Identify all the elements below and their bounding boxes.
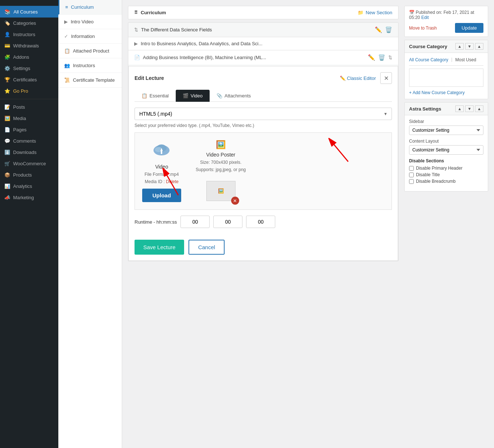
disable-title-checkbox[interactable] <box>409 173 414 177</box>
category-move-button[interactable]: ▲ <box>475 43 483 50</box>
media-icon: 🖼️ <box>4 116 10 121</box>
add-new-category-link[interactable]: + Add New Course Category <box>409 90 464 95</box>
disable-title-row: Disable Title <box>409 172 483 177</box>
category-collapse-button[interactable]: ▲ <box>455 43 464 50</box>
sidebar-item-instructors[interactable]: 👤 Instructors <box>0 29 58 40</box>
nav-information[interactable]: ✓ Information <box>58 29 122 44</box>
attached-product-nav-icon: 📋 <box>64 48 70 54</box>
sidebar-item-products[interactable]: 📦 Products <box>0 169 58 181</box>
category-expand-button[interactable]: ▼ <box>465 43 474 50</box>
tab-all-category[interactable]: All Course Category <box>409 57 448 63</box>
sidebar-select[interactable]: Customizer Setting <box>409 125 483 135</box>
lecture-footer: Save Lecture Cancel <box>135 235 392 255</box>
certificate-nav-icon: 📜 <box>64 77 70 83</box>
section-edit-button[interactable]: ✏️ <box>375 26 382 33</box>
curriculum-header-left: ⠿ Curriculum <box>134 10 166 15</box>
category-tabs: All Course Category | Most Used <box>409 57 483 66</box>
update-button[interactable]: Update <box>455 23 483 33</box>
comments-icon: 💬 <box>4 138 10 144</box>
posts-icon: 📝 <box>4 104 10 110</box>
astra-expand-button[interactable]: ▼ <box>465 105 474 112</box>
classic-editor-link[interactable]: ✏️ Classic Editor <box>340 76 376 81</box>
disable-primary-header-row: Disable Primary Header <box>409 166 483 171</box>
sidebar-item-analytics[interactable]: 📊 Analytics <box>0 181 58 192</box>
runtime-ss-input[interactable] <box>246 216 275 228</box>
tab-most-used[interactable]: Most Used <box>455 57 476 63</box>
star-icon: ⭐ <box>4 88 10 94</box>
certificates-icon: 🏆 <box>4 77 10 82</box>
section-delete-button[interactable]: 🗑️ <box>385 26 392 33</box>
edit-lecture-close-button[interactable]: ✕ <box>380 72 392 84</box>
runtime-hh-input[interactable] <box>180 216 210 228</box>
upload-area-wrapper: Video File Format: .mp4 Media ID : Delet… <box>135 132 392 210</box>
content-layout-select[interactable]: Customizer Setting <box>409 145 483 155</box>
nav-attached-product[interactable]: 📋 Attached Product <box>58 44 122 58</box>
astra-collapse-button[interactable]: ▲ <box>455 105 464 112</box>
publish-card-body: 📅 Published on: Feb 17, 2021 at 05:20 Ed… <box>405 6 488 36</box>
marketing-icon: 📣 <box>4 195 10 200</box>
instructors-nav-icon: 👥 <box>64 63 70 68</box>
video-poster-col: 🖼️ Video Poster Size: 700x430 pixels. Su… <box>196 140 246 201</box>
course-category-body: All Course Category | Most Used + Add Ne… <box>405 53 488 99</box>
save-lecture-button[interactable]: Save Lecture <box>135 240 184 255</box>
tab-video[interactable]: 🎬 Video <box>176 90 210 102</box>
nav-certificate-template[interactable]: 📜 Certificate Template <box>58 73 122 88</box>
sidebar-item-settings[interactable]: ⚙️ Settings <box>0 63 58 74</box>
thumbnail-image-icon: 🖼️ <box>218 188 224 194</box>
lecture2-edit-button[interactable]: ✏️ <box>368 54 375 61</box>
disable-sections-field: Disable Sections Disable Primary Header … <box>409 158 483 184</box>
runtime-mm-input[interactable] <box>213 216 242 228</box>
sidebar-item-comments[interactable]: 💬 Comments <box>0 135 58 147</box>
settings-icon: ⚙️ <box>4 66 10 71</box>
video-type-wrapper[interactable]: HTML5 (.mp4) YouTube Vimeo Embedded <box>135 108 392 120</box>
media-delete-link[interactable]: Delete <box>166 179 179 184</box>
main-content: ⠿ Curriculum 📁 New Section ⇅ The Differe… <box>122 0 494 448</box>
sidebar-item-downloads[interactable]: ⬇️ Downloads <box>0 147 58 158</box>
lecture-item-2: 📄 Adding Business Intelligence (BI), Mac… <box>128 50 398 65</box>
publish-actions: Move to Trash Update <box>409 23 483 33</box>
astra-settings-card: Astra Settings ▲ ▼ ▲ Sidebar Customizer … <box>404 102 488 192</box>
attachments-tab-icon: 📎 <box>217 93 222 99</box>
curriculum-grid-icon: ⠿ <box>134 10 138 15</box>
nav-curriculum[interactable]: ≡ Curriculum <box>58 0 122 15</box>
addons-icon: 🧩 <box>4 54 10 60</box>
sidebar-item-pages[interactable]: 📄 Pages <box>0 124 58 135</box>
nav-instructors[interactable]: 👥 Instructors <box>58 58 122 73</box>
tab-bar: 📋 Essential 🎬 Video 📎 Attachments <box>135 90 392 102</box>
poster-delete-button[interactable]: ✕ <box>231 197 239 205</box>
sidebar-item-categories[interactable]: 🏷️ Categories <box>0 18 58 29</box>
astra-card-controls: ▲ ▼ ▲ <box>455 105 483 112</box>
publish-date: 📅 Published on: Feb 17, 2021 at 05:20 Ed… <box>409 10 483 20</box>
disable-breadcrumb-checkbox[interactable] <box>409 179 414 184</box>
disable-primary-header-checkbox[interactable] <box>409 166 414 171</box>
downloads-icon: ⬇️ <box>4 150 10 155</box>
upload-button[interactable]: Upload <box>142 189 181 202</box>
astra-move-button[interactable]: ▲ <box>475 105 483 112</box>
section-title-left: ⇅ The Different Data Science Fields <box>134 27 212 32</box>
edit-publish-link[interactable]: Edit <box>421 15 429 20</box>
sidebar-item-woocommerce[interactable]: 🛒 WooCommerce <box>0 158 58 169</box>
products-icon: 📦 <box>4 172 10 178</box>
sidebar-item-certificates[interactable]: 🏆 Certificates <box>0 74 58 85</box>
lecture2-delete-button[interactable]: 🗑️ <box>378 54 385 61</box>
poster-thumbnail[interactable]: 🖼️ <box>206 181 236 201</box>
sidebar-item-all-courses[interactable]: 📚 All Courses <box>0 6 58 18</box>
lecture2-doc-icon: 📄 <box>134 55 140 60</box>
course-category-header: Course Category ▲ ▼ ▲ <box>405 40 488 53</box>
video-type-select[interactable]: HTML5 (.mp4) YouTube Vimeo Embedded <box>135 108 392 120</box>
sidebar-item-marketing[interactable]: 📣 Marketing <box>0 192 58 203</box>
new-section-folder-icon: 📁 <box>358 10 363 15</box>
tab-attachments[interactable]: 📎 Attachments <box>210 90 258 102</box>
new-section-button[interactable]: 📁 New Section <box>358 10 392 15</box>
sidebar-item-media[interactable]: 🖼️ Media <box>0 113 58 124</box>
move-to-trash-link[interactable]: Move to Trash <box>409 26 437 31</box>
content-layout-field: Content Layout Customizer Setting <box>409 139 483 155</box>
nav-intro-video[interactable]: ▶ Intro Video <box>58 15 122 29</box>
classic-editor-icon: ✏️ <box>340 76 346 81</box>
cancel-button[interactable]: Cancel <box>188 240 225 255</box>
sidebar-item-gopro[interactable]: ⭐ Go Pro <box>0 85 58 97</box>
tab-essential[interactable]: 📋 Essential <box>135 90 176 102</box>
sidebar-item-posts[interactable]: 📝 Posts <box>0 101 58 113</box>
sidebar-item-addons[interactable]: 🧩 Addons <box>0 51 58 63</box>
sidebar-item-withdrawals[interactable]: 💳 Withdrawals <box>0 40 58 51</box>
